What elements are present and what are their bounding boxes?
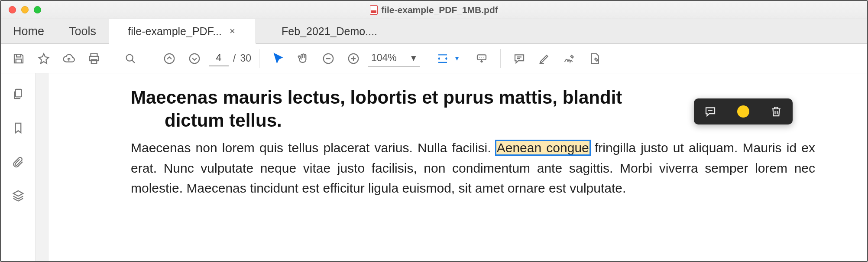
read-mode-icon <box>475 52 488 65</box>
comment-icon <box>513 52 526 65</box>
zoom-in-button[interactable] <box>343 48 364 69</box>
bookmarks-pane-button[interactable] <box>10 119 27 137</box>
window-title-text: file-example_PDF_1MB.pdf <box>381 5 498 15</box>
hand-icon <box>297 52 310 65</box>
minus-circle-icon <box>322 52 335 65</box>
svg-rect-2 <box>91 59 97 63</box>
window-minimize-button[interactable] <box>21 6 29 13</box>
highlight-button[interactable] <box>534 48 555 69</box>
pdf-file-icon <box>370 5 378 15</box>
tab-tools[interactable]: Tools <box>57 19 109 43</box>
thumbnails-pane-button[interactable] <box>10 85 27 103</box>
document-body: Maecenas non lorem quis tellus placerat … <box>131 138 815 199</box>
body-pre: Maecenas non lorem quis tellus placerat … <box>131 141 496 155</box>
page-sep: / <box>233 52 236 64</box>
main-toolbar: / 30 104% ▾ ▾ <box>1 44 867 73</box>
save-icon <box>12 52 25 65</box>
more-tools-button[interactable] <box>584 48 606 69</box>
hand-tool-button[interactable] <box>292 48 314 69</box>
page-content: Maecenas mauris lectus, lobortis et puru… <box>49 73 867 261</box>
signature-icon <box>563 52 576 65</box>
svg-rect-13 <box>15 89 21 97</box>
document-tab-active[interactable]: file-example_PDF... × <box>109 19 256 44</box>
page-tools-icon <box>588 52 601 65</box>
page-gutter <box>36 73 49 261</box>
layers-icon <box>12 189 25 202</box>
traffic-lights <box>1 6 41 13</box>
document-tab[interactable]: Feb_2021_Demo.... <box>256 19 403 43</box>
pages-icon <box>12 88 25 101</box>
highlighter-icon <box>538 52 551 65</box>
save-button[interactable] <box>8 48 29 69</box>
highlight-popup <box>694 98 793 124</box>
color-swatch-icon <box>737 105 749 118</box>
attachments-pane-button[interactable] <box>10 153 27 170</box>
svg-point-12 <box>483 57 484 58</box>
paperclip-icon <box>12 155 25 168</box>
window-maximize-button[interactable] <box>34 6 41 13</box>
plus-circle-icon <box>347 52 360 65</box>
cloud-upload-button[interactable] <box>58 48 80 69</box>
window-title: file-example_PDF_1MB.pdf <box>1 5 867 15</box>
highlighted-text[interactable]: Aenean congue <box>496 141 590 155</box>
draw-sign-button[interactable] <box>559 48 580 69</box>
svg-point-10 <box>479 57 480 58</box>
comment-button[interactable] <box>508 48 530 69</box>
tab-home[interactable]: Home <box>1 19 57 43</box>
svg-point-5 <box>165 53 175 63</box>
svg-point-3 <box>126 54 133 61</box>
arrow-up-circle-icon <box>163 52 176 65</box>
fit-dropdown-chevron[interactable]: ▾ <box>455 54 459 62</box>
svg-point-6 <box>190 53 200 63</box>
chevron-down-icon: ▾ <box>411 52 416 64</box>
document-tab-label: file-example_PDF... <box>128 25 222 38</box>
document-tab-label: Feb_2021_Demo.... <box>282 25 377 38</box>
search-icon <box>124 52 137 65</box>
tab-close-button[interactable]: × <box>228 26 237 37</box>
page-indicator: / 30 <box>209 50 251 66</box>
tab-home-label: Home <box>13 25 44 38</box>
popup-comment-button[interactable] <box>703 104 718 119</box>
trash-icon <box>770 105 783 118</box>
arrow-down-circle-icon <box>188 52 201 65</box>
comment-icon <box>704 105 717 118</box>
tab-strip: Home Tools file-example_PDF... × Feb_202… <box>1 19 867 44</box>
window-close-button[interactable] <box>9 6 16 13</box>
window-titlebar: file-example_PDF_1MB.pdf <box>1 1 867 19</box>
side-panel <box>1 73 36 261</box>
cloud-upload-icon <box>62 52 75 65</box>
toolbar-separator <box>500 49 501 68</box>
bookmark-icon <box>12 121 25 134</box>
star-icon <box>37 52 50 65</box>
tab-tools-label: Tools <box>69 25 96 38</box>
popup-color-button[interactable] <box>735 104 751 119</box>
svg-point-11 <box>481 57 482 58</box>
cursor-icon <box>272 52 285 65</box>
fit-width-button[interactable] <box>432 48 453 69</box>
page-up-button[interactable] <box>159 48 180 69</box>
page-down-button[interactable] <box>184 48 205 69</box>
svg-point-4 <box>133 61 134 62</box>
star-button[interactable] <box>33 48 55 69</box>
toolbar-separator <box>259 49 259 68</box>
zoom-select[interactable]: 104% ▾ <box>368 49 420 67</box>
print-button[interactable] <box>83 48 105 69</box>
find-button[interactable] <box>120 48 141 69</box>
zoom-out-button[interactable] <box>317 48 339 69</box>
read-mode-button[interactable] <box>471 48 492 69</box>
popup-delete-button[interactable] <box>768 104 784 119</box>
select-tool-button[interactable] <box>267 48 289 69</box>
fit-width-icon <box>436 52 449 65</box>
zoom-value: 104% <box>371 52 397 64</box>
page-total: 30 <box>240 52 251 64</box>
layers-pane-button[interactable] <box>10 187 27 204</box>
print-icon <box>87 52 100 65</box>
workspace: Maecenas mauris lectus, lobortis et puru… <box>1 73 867 261</box>
page-number-input[interactable] <box>209 50 229 66</box>
